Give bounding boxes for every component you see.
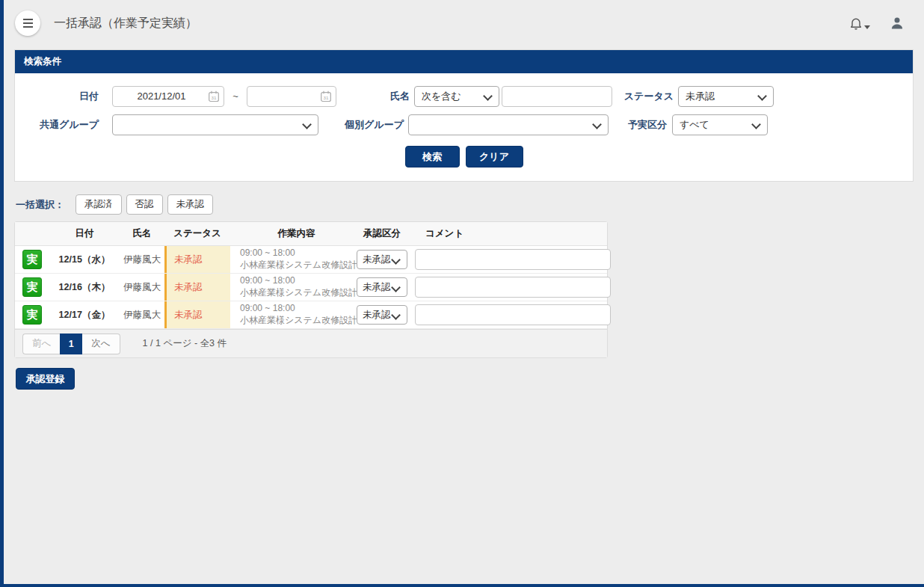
row-name: 伊藤風大 <box>120 246 164 273</box>
row-work-content: 09:00 ~ 18:00 小林産業様システム改修設計 <box>230 246 353 273</box>
row-status-badge: 未承認 <box>164 274 230 301</box>
row-status-badge: 未承認 <box>164 301 230 328</box>
clear-button[interactable]: クリア <box>466 146 523 168</box>
plan-actual-label: 予実区分 <box>617 118 667 132</box>
row-work-content: 09:00 ~ 18:00 小林産業様システム改修設計 <box>230 274 353 301</box>
bulk-approved-button[interactable]: 承認済 <box>76 194 122 215</box>
table-header-row: 日付 氏名 ステータス 作業内容 承認区分 コメント <box>15 222 607 246</box>
actual-badge-icon: 実 <box>22 250 42 269</box>
header-work: 作業内容 <box>230 227 353 240</box>
individual-group-select[interactable] <box>408 114 609 135</box>
pagination-page-1-button[interactable]: 1 <box>60 334 82 354</box>
search-button[interactable]: 検索 <box>405 146 460 168</box>
row-comment-input[interactable] <box>415 249 611 270</box>
date-to-input[interactable] <box>247 86 336 107</box>
row-date: 12/17（金） <box>49 301 120 328</box>
common-group-label: 共通グループ <box>27 118 99 132</box>
header-date: 日付 <box>49 227 120 240</box>
search-panel-title: 検索条件 <box>15 50 913 73</box>
plan-actual-select[interactable]: すべて <box>672 114 768 135</box>
name-match-select[interactable]: 次を含む <box>414 86 499 107</box>
chevron-down-icon <box>864 25 870 29</box>
date-label: 日付 <box>27 90 99 103</box>
row-work-time: 09:00 ~ 18:00 <box>240 275 353 287</box>
table-row: 実 12/17（金） 伊藤風大 未承認 09:00 ~ 18:00 小林産業様シ… <box>15 301 607 329</box>
header-approval: 承認区分 <box>353 227 411 240</box>
notifications-button[interactable] <box>848 15 870 31</box>
row-comment-input[interactable] <box>415 277 611 298</box>
results-table: 日付 氏名 ステータス 作業内容 承認区分 コメント 実 12/15（水） 伊藤… <box>14 221 608 358</box>
row-date: 12/16（木） <box>49 274 120 301</box>
row-work-time: 09:00 ~ 18:00 <box>240 303 353 315</box>
date-range-separator: ~ <box>230 90 241 102</box>
bulk-rejected-button[interactable]: 否認 <box>126 194 163 215</box>
row-comment-input[interactable] <box>415 304 611 325</box>
row-work-desc: 小林産業様システム改修設計 <box>240 259 353 271</box>
row-work-content: 09:00 ~ 18:00 小林産業様システム改修設計 <box>230 301 353 328</box>
hamburger-icon <box>23 19 33 20</box>
individual-group-label: 個別グループ <box>344 118 404 132</box>
name-label: 氏名 <box>375 90 410 103</box>
search-panel: 検索条件 日付 31 ~ 31 <box>14 49 914 182</box>
hamburger-menu-button[interactable] <box>15 10 40 36</box>
bulk-select-label: 一括選択： <box>16 198 64 212</box>
row-approval-select[interactable]: 未承認 <box>357 250 407 269</box>
header-comment: コメント <box>411 227 607 240</box>
pagination-summary: 1 / 1 ページ - 全3 件 <box>143 337 227 350</box>
user-menu-button[interactable] <box>890 15 905 31</box>
row-status-badge: 未承認 <box>164 246 230 273</box>
bulk-unapproved-button[interactable]: 未承認 <box>167 194 214 215</box>
approval-register-button[interactable]: 承認登録 <box>16 368 75 390</box>
user-icon <box>890 15 905 31</box>
table-row: 実 12/16（木） 伊藤風大 未承認 09:00 ~ 18:00 小林産業様シ… <box>15 274 607 301</box>
top-bar: 一括承認（作業予定実績） <box>4 0 924 46</box>
name-input[interactable] <box>502 86 612 107</box>
row-work-desc: 小林産業様システム改修設計 <box>240 287 353 299</box>
date-from-input[interactable] <box>112 86 224 107</box>
pagination: 前へ 1 次へ 1 / 1 ページ - 全3 件 <box>15 329 607 357</box>
actual-badge-icon: 実 <box>22 305 42 325</box>
header-status: ステータス <box>164 227 230 240</box>
header-name: 氏名 <box>120 227 164 240</box>
status-select[interactable]: 未承認 <box>678 86 774 107</box>
row-name: 伊藤風大 <box>120 274 164 301</box>
bell-icon <box>848 15 863 31</box>
pagination-prev-button[interactable]: 前へ <box>22 334 60 354</box>
pagination-next-button[interactable]: 次へ <box>82 334 120 354</box>
page-title: 一括承認（作業予定実績） <box>54 16 197 31</box>
row-name: 伊藤風大 <box>120 301 164 328</box>
bulk-select-row: 一括選択： 承認済 否認 未承認 <box>16 194 914 215</box>
row-work-time: 09:00 ~ 18:00 <box>240 248 353 259</box>
row-approval-select[interactable]: 未承認 <box>357 277 407 297</box>
status-label: ステータス <box>620 90 674 103</box>
row-date: 12/15（水） <box>49 246 120 273</box>
table-row: 実 12/15（水） 伊藤風大 未承認 09:00 ~ 18:00 小林産業様シ… <box>15 246 607 274</box>
common-group-select[interactable] <box>112 114 318 135</box>
row-work-desc: 小林産業様システム改修設計 <box>240 315 353 327</box>
actual-badge-icon: 実 <box>22 277 42 297</box>
row-approval-select[interactable]: 未承認 <box>357 305 407 325</box>
